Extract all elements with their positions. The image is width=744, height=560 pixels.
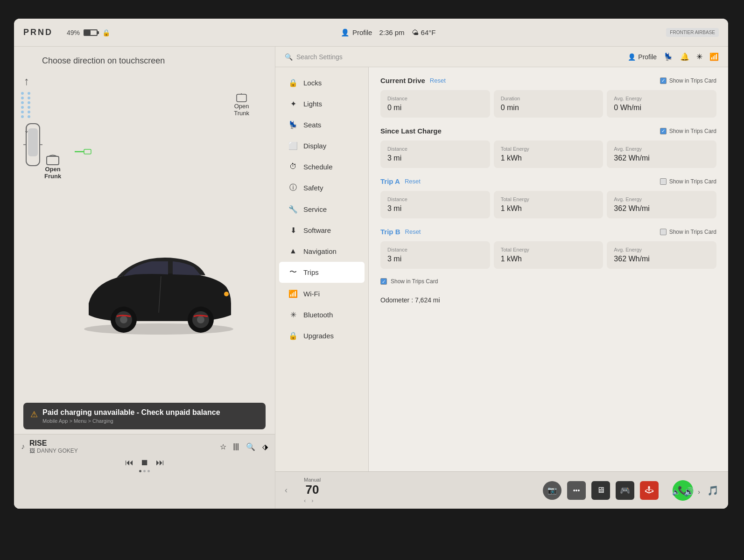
display-icon-btn[interactable]: 🖥 — [591, 481, 610, 500]
prnd-display: PRND — [23, 28, 53, 37]
since-last-charge-checkbox[interactable]: ✓ — [660, 128, 667, 134]
audio-controls[interactable]: ⏮ ⏹ ⏭ — [21, 458, 268, 468]
screen-bottom-bar: ‹ Manual 70 ‹ › 📷 ••• 🖥 🎮 — [275, 471, 728, 509]
music-icon-btn[interactable]: 🎵 — [707, 485, 719, 496]
search-audio-icon[interactable]: 🔍 — [246, 442, 255, 451]
volume-down-icon[interactable]: 🔈 — [672, 488, 680, 496]
warning-icon: ⚠ — [30, 409, 38, 420]
since-last-charge-title: Since Last Charge — [380, 127, 442, 135]
audio-extra-icon[interactable]: ⬗ — [262, 442, 268, 451]
odometer-row: Odometer : 7,624 mi — [380, 292, 716, 308]
nav-item-display[interactable]: ⬜ Display — [279, 136, 365, 156]
audio-actions[interactable]: ☆ ||| 🔍 ⬗ — [220, 442, 268, 451]
next-track-button[interactable]: ⏭ — [156, 458, 164, 468]
audio-top: ♪ RISE 🖼 DANNY GOKEY ☆ ||| 🔍 ⬗ — [21, 439, 268, 454]
prev-track-button[interactable]: ⏮ — [125, 458, 133, 468]
nav-label-upgrades: Upgrades — [303, 332, 334, 340]
lock-nav-icon: 🔒 — [288, 78, 298, 87]
trip-b-energy-total: Total Energy 1 kWh — [494, 241, 604, 269]
manual-label: Manual — [304, 477, 321, 483]
trip-b-distance: Distance 3 mi — [380, 241, 490, 269]
nav-item-upgrades[interactable]: 🔒 Upgrades — [279, 326, 365, 346]
camera-icon-btn[interactable]: 📷 — [543, 481, 562, 500]
current-drive-stats: Distance 0 mi Duration 0 min Avg. Energy… — [380, 90, 716, 118]
trip-a-reset-button[interactable]: Reset — [405, 178, 421, 185]
dot-grid — [21, 92, 32, 118]
profile-icon-label: Profile — [638, 53, 657, 61]
track-title: RISE — [29, 439, 215, 448]
lights-nav-icon: ✦ — [288, 99, 298, 108]
stop-button[interactable]: ⏹ — [140, 458, 149, 468]
star-icon[interactable]: ☆ — [220, 442, 226, 451]
nav-item-locks[interactable]: 🔒 Locks — [279, 73, 365, 93]
nav-item-lights[interactable]: ✦ Lights — [279, 94, 365, 114]
volume-right-arrow[interactable]: › — [698, 488, 700, 496]
right-panel: 🔍 Search Settings 👤 Profile 💺 🔔 ✳ 📶 — [275, 47, 728, 509]
trip-b-stats: Distance 3 mi Total Energy 1 kWh Avg. En… — [380, 241, 716, 269]
settings-content: 🔒 Locks ✦ Lights 💺 Seats ⬜ Display — [275, 67, 728, 471]
wifi-top-icon: 📶 — [709, 52, 719, 61]
nav-item-trips[interactable]: 〜 Trips — [279, 262, 365, 283]
nav-item-schedule[interactable]: ⏱ Schedule — [279, 157, 365, 176]
since-last-charge-stats: Distance 3 mi Total Energy 1 kWh Avg. En… — [380, 140, 716, 168]
nav-label-display: Display — [303, 142, 326, 150]
nav-label-safety: Safety — [303, 184, 323, 192]
speed-adjust-arrows: ‹ › — [304, 497, 321, 504]
joystick-icon-btn[interactable]: 🕹 — [640, 481, 659, 500]
profile-icon-button[interactable]: 👤 Profile — [628, 53, 657, 61]
current-drive-checkbox[interactable]: ✓ — [660, 77, 667, 84]
trip-b-title: Trip B — [380, 228, 400, 236]
search-input-wrap[interactable]: 🔍 Search Settings — [285, 53, 621, 61]
main-content: Choose direction on touchscreen ↑ ↓ — [14, 47, 728, 509]
volume-control[interactable]: 🔈 🔊 › — [672, 487, 700, 497]
nav-item-seats[interactable]: 💺 Seats — [279, 115, 365, 135]
svg-point-12 — [120, 316, 127, 323]
trip-b-checkbox[interactable] — [660, 229, 667, 235]
speed-display: Manual 70 ‹ › — [304, 477, 321, 504]
trip-b-reset-button[interactable]: Reset — [405, 228, 421, 235]
status-right: FRONTIER AIRBASE — [666, 28, 719, 37]
current-drive-reset-button[interactable]: Reset — [430, 77, 446, 84]
car-top-view-indicator — [22, 121, 43, 170]
dots-icon-btn[interactable]: ••• — [567, 481, 586, 500]
profile-button[interactable]: 👤 Profile — [341, 28, 372, 37]
taskbar-icons[interactable]: 📷 ••• 🖥 🎮 🕹 — [543, 481, 659, 500]
bottom-trips-checkbox[interactable]: ✓ — [380, 278, 387, 285]
schedule-nav-icon: ⏱ — [288, 162, 298, 171]
display-nav-icon: ⬜ — [288, 141, 298, 150]
track-artist: 🖼 DANNY GOKEY — [29, 448, 215, 454]
search-icon: 🔍 — [285, 53, 293, 61]
weather-icon: 🌤 — [412, 28, 419, 36]
nav-item-service[interactable]: 🔧 Service — [279, 199, 365, 219]
trip-b-trips-card: Show in Trips Card — [660, 229, 716, 235]
bell-icon: 🔔 — [680, 52, 689, 61]
status-bar: PRND 49% 🔒 👤 Profile 2:36 pm 🌤 64°F FRON… — [14, 19, 728, 47]
odometer-label: Odometer : — [380, 296, 413, 304]
svg-point-15 — [197, 316, 204, 323]
speed-value: 70 — [304, 483, 321, 497]
service-nav-icon: 🔧 — [288, 205, 298, 214]
since-last-charge-distance: Distance 3 mi — [380, 140, 490, 168]
nav-item-software[interactable]: ⬇ Software — [279, 220, 365, 240]
search-bar: 🔍 Search Settings 👤 Profile 💺 🔔 ✳ 📶 — [275, 47, 728, 67]
gamepad-icon-btn[interactable]: 🎮 — [616, 481, 634, 500]
seats-nav-icon: 💺 — [288, 120, 298, 129]
track-info: RISE 🖼 DANNY GOKEY — [29, 439, 215, 454]
trip-a-checkbox[interactable] — [660, 178, 667, 185]
profile-person-icon: 👤 — [628, 53, 636, 61]
notification-title: Paid charging unavailable - Check unpaid… — [42, 408, 220, 417]
nav-menu: 🔒 Locks ✦ Lights 💺 Seats ⬜ Display — [275, 67, 369, 471]
nav-item-safety[interactable]: ⓘ Safety — [279, 177, 365, 198]
status-center: 👤 Profile 2:36 pm 🌤 64°F — [341, 28, 436, 37]
bluetooth-top-icon: ✳ — [696, 52, 702, 61]
nav-item-wifi[interactable]: 📶 Wi-Fi — [279, 284, 365, 304]
nav-item-navigation[interactable]: ▲ Navigation — [279, 241, 365, 261]
left-arrow-button[interactable]: ‹ — [285, 485, 288, 495]
since-last-charge-header: Since Last Charge ✓ Show in Trips Card — [380, 127, 716, 135]
trips-content: Current Drive Reset ✓ Show in Trips Card… — [369, 67, 728, 471]
equalizer-icon[interactable]: ||| — [233, 442, 239, 451]
progress-dots — [21, 470, 268, 472]
bluetooth-nav-icon: ✳ — [288, 310, 298, 319]
svg-rect-1 — [28, 128, 38, 156]
nav-item-bluetooth[interactable]: ✳ Bluetooth — [279, 305, 365, 325]
